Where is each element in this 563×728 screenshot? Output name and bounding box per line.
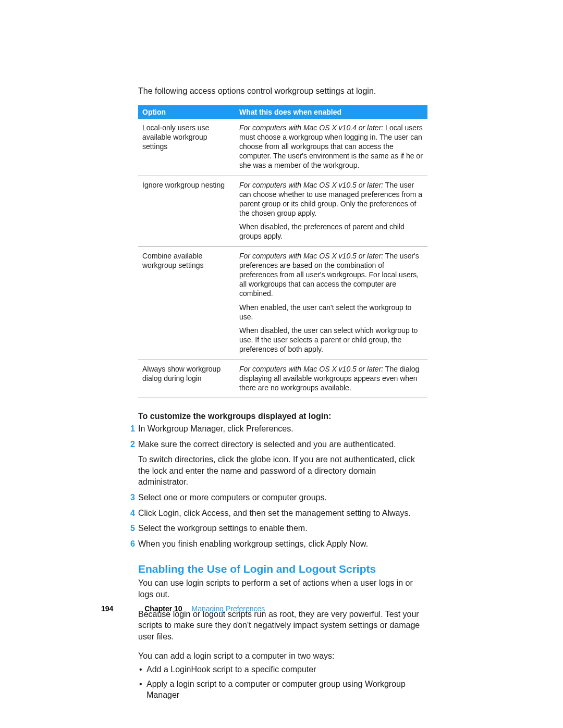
- option-name: Always show workgroup dialog during logi…: [138, 360, 235, 398]
- body-paragraph: Because login or logout scripts run as r…: [138, 609, 427, 643]
- table-row: Ignore workgroup nesting For computers w…: [138, 176, 427, 246]
- access-options-table: Option What this does when enabled Local…: [138, 105, 427, 399]
- header-desc: What this does when enabled: [235, 105, 427, 119]
- section-heading: Enabling the Use of Login and Logout Scr…: [138, 563, 427, 575]
- list-item: 4Click Login, click Access, and then set…: [138, 508, 427, 519]
- option-name: Combine available workgroup settings: [138, 246, 235, 360]
- table-row: Combine available workgroup settings For…: [138, 246, 427, 360]
- list-item: 1In Workgroup Manager, click Preferences…: [138, 423, 427, 435]
- body-paragraph: You can add a login script to a computer…: [138, 650, 427, 662]
- body-paragraph: You can use login scripts to perform a s…: [138, 577, 427, 600]
- intro-paragraph: The following access options control wor…: [138, 85, 427, 97]
- option-desc: For computers with Mac OS X v10.5 or lat…: [235, 176, 427, 246]
- option-desc: For computers with Mac OS X v10.4 or lat…: [235, 119, 427, 176]
- step-number: 1: [128, 423, 135, 435]
- header-option: Option: [138, 105, 235, 119]
- table-row: Local-only users use available workgroup…: [138, 119, 427, 176]
- step-number: 3: [128, 492, 135, 503]
- list-item: Apply a login script to a computer or co…: [138, 678, 427, 701]
- step-number: 6: [128, 538, 135, 550]
- page-footer: 194 Chapter 10 Managing Preferences: [101, 604, 265, 613]
- list-item: 2Make sure the correct directory is sele…: [138, 439, 427, 488]
- table-header-row: Option What this does when enabled: [138, 105, 427, 119]
- option-name: Ignore workgroup nesting: [138, 176, 235, 246]
- bullet-list: Add a LoginHook script to a specific com…: [138, 664, 427, 701]
- option-name: Local-only users use available workgroup…: [138, 119, 235, 176]
- document-page: The following access options control wor…: [0, 0, 563, 728]
- step-number: 2: [128, 439, 135, 450]
- table-row: Always show workgroup dialog during logi…: [138, 360, 427, 398]
- chapter-title: Managing Preferences: [192, 604, 265, 613]
- list-item: 6When you finish enabling workgroup sett…: [138, 538, 427, 550]
- option-desc: For computers with Mac OS X v10.5 or lat…: [235, 246, 427, 360]
- option-desc: For computers with Mac OS X v10.5 or lat…: [235, 360, 427, 398]
- list-item: Add a LoginHook script to a specific com…: [138, 664, 427, 675]
- chapter-label: Chapter 10: [144, 604, 182, 613]
- steps-list: 1In Workgroup Manager, click Preferences…: [138, 423, 427, 549]
- step-number: 4: [128, 508, 135, 519]
- step-number: 5: [128, 523, 135, 534]
- steps-heading: To customize the workgroups displayed at…: [138, 412, 427, 421]
- list-item: 5Select the workgroup settings to enable…: [138, 523, 427, 534]
- list-item: 3Select one or more computers or compute…: [138, 492, 427, 503]
- page-number: 194: [101, 604, 113, 613]
